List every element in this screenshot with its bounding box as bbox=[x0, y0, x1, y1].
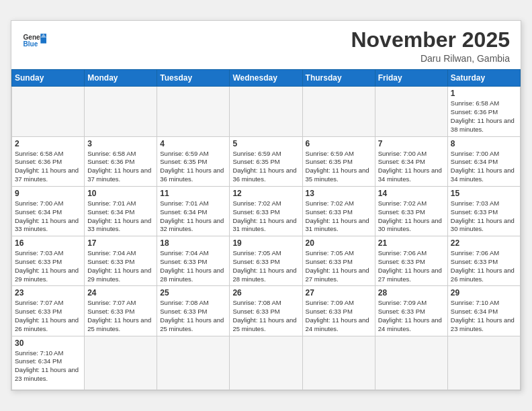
day-info: Sunrise: 7:05 AM Sunset: 6:33 PM Dayligh… bbox=[232, 249, 299, 283]
calendar-table: SundayMondayTuesdayWednesdayThursdayFrid… bbox=[11, 69, 521, 390]
location-subtitle: Daru Rilwan, Gambia bbox=[351, 53, 510, 64]
weekday-header-thursday: Thursday bbox=[302, 70, 375, 87]
day-number: 2 bbox=[15, 139, 81, 148]
week-row-3: 16Sunrise: 7:03 AM Sunset: 6:33 PM Dayli… bbox=[12, 236, 521, 286]
calendar-cell: 29Sunrise: 7:10 AM Sunset: 6:34 PM Dayli… bbox=[447, 286, 520, 336]
calendar-cell: 26Sunrise: 7:08 AM Sunset: 6:33 PM Dayli… bbox=[230, 286, 302, 336]
day-info: Sunrise: 7:02 AM Sunset: 6:33 PM Dayligh… bbox=[378, 199, 445, 234]
calendar-cell bbox=[230, 87, 302, 136]
day-number: 1 bbox=[451, 89, 517, 98]
day-info: Sunrise: 6:58 AM Sunset: 6:36 PM Dayligh… bbox=[15, 150, 81, 184]
day-info: Sunrise: 7:00 AM Sunset: 6:34 PM Dayligh… bbox=[451, 150, 517, 184]
day-number: 3 bbox=[87, 139, 154, 148]
day-info: Sunrise: 6:58 AM Sunset: 6:36 PM Dayligh… bbox=[87, 150, 154, 184]
weekday-header-saturday: Saturday bbox=[447, 70, 520, 87]
calendar-cell: 19Sunrise: 7:05 AM Sunset: 6:33 PM Dayli… bbox=[230, 236, 302, 286]
calendar-cell: 23Sunrise: 7:07 AM Sunset: 6:33 PM Dayli… bbox=[12, 286, 85, 336]
calendar-cell bbox=[230, 336, 302, 390]
day-info: Sunrise: 6:58 AM Sunset: 6:36 PM Dayligh… bbox=[451, 99, 517, 134]
calendar-cell: 17Sunrise: 7:04 AM Sunset: 6:33 PM Dayli… bbox=[85, 236, 157, 286]
day-info: Sunrise: 7:01 AM Sunset: 6:34 PM Dayligh… bbox=[160, 199, 226, 234]
calendar-cell: 7Sunrise: 7:00 AM Sunset: 6:34 PM Daylig… bbox=[375, 136, 447, 186]
title-block: November 2025 Daru Rilwan, Gambia bbox=[351, 29, 510, 64]
calendar-cell bbox=[85, 336, 157, 390]
day-info: Sunrise: 7:09 AM Sunset: 6:33 PM Dayligh… bbox=[306, 299, 372, 333]
day-number: 10 bbox=[87, 189, 154, 198]
week-row-2: 9Sunrise: 7:00 AM Sunset: 6:34 PM Daylig… bbox=[12, 186, 521, 236]
day-number: 22 bbox=[451, 238, 517, 248]
day-number: 13 bbox=[306, 189, 372, 198]
calendar-cell bbox=[12, 87, 85, 136]
weekday-header-row: SundayMondayTuesdayWednesdayThursdayFrid… bbox=[12, 70, 521, 87]
calendar-cell: 22Sunrise: 7:06 AM Sunset: 6:33 PM Dayli… bbox=[447, 236, 520, 286]
day-number: 5 bbox=[232, 139, 299, 148]
calendar-cell bbox=[157, 87, 230, 136]
day-info: Sunrise: 7:03 AM Sunset: 6:33 PM Dayligh… bbox=[15, 249, 81, 283]
day-info: Sunrise: 7:08 AM Sunset: 6:33 PM Dayligh… bbox=[160, 299, 226, 333]
day-number: 9 bbox=[15, 189, 81, 198]
weekday-header-monday: Monday bbox=[85, 70, 157, 87]
day-number: 15 bbox=[451, 189, 517, 198]
calendar-cell: 2Sunrise: 6:58 AM Sunset: 6:36 PM Daylig… bbox=[12, 136, 85, 186]
week-row-5: 30Sunrise: 7:10 AM Sunset: 6:34 PM Dayli… bbox=[12, 336, 521, 390]
calendar-cell: 10Sunrise: 7:01 AM Sunset: 6:34 PM Dayli… bbox=[85, 186, 157, 236]
day-number: 4 bbox=[160, 139, 226, 148]
day-number: 25 bbox=[160, 288, 226, 298]
calendar-cell: 30Sunrise: 7:10 AM Sunset: 6:34 PM Dayli… bbox=[12, 336, 85, 390]
day-number: 24 bbox=[87, 288, 154, 298]
weekday-header-tuesday: Tuesday bbox=[157, 70, 230, 87]
calendar-cell: 1Sunrise: 6:58 AM Sunset: 6:36 PM Daylig… bbox=[447, 87, 520, 136]
calendar-cell: 8Sunrise: 7:00 AM Sunset: 6:34 PM Daylig… bbox=[447, 136, 520, 186]
logo: General Blue bbox=[22, 29, 46, 53]
calendar-cell: 4Sunrise: 6:59 AM Sunset: 6:35 PM Daylig… bbox=[157, 136, 230, 186]
day-number: 27 bbox=[306, 288, 372, 298]
day-info: Sunrise: 7:03 AM Sunset: 6:33 PM Dayligh… bbox=[451, 199, 517, 234]
day-info: Sunrise: 7:06 AM Sunset: 6:33 PM Dayligh… bbox=[378, 249, 445, 283]
calendar-cell: 11Sunrise: 7:01 AM Sunset: 6:34 PM Dayli… bbox=[157, 186, 230, 236]
week-row-4: 23Sunrise: 7:07 AM Sunset: 6:33 PM Dayli… bbox=[12, 286, 521, 336]
calendar-cell: 28Sunrise: 7:09 AM Sunset: 6:33 PM Dayli… bbox=[375, 286, 447, 336]
day-number: 8 bbox=[451, 139, 517, 148]
calendar-cell: 21Sunrise: 7:06 AM Sunset: 6:33 PM Dayli… bbox=[375, 236, 447, 286]
day-number: 16 bbox=[15, 238, 81, 248]
calendar-cell: 20Sunrise: 7:05 AM Sunset: 6:33 PM Dayli… bbox=[302, 236, 375, 286]
day-number: 18 bbox=[160, 238, 226, 248]
weekday-header-wednesday: Wednesday bbox=[230, 70, 302, 87]
calendar-cell bbox=[302, 87, 375, 136]
calendar-cell: 15Sunrise: 7:03 AM Sunset: 6:33 PM Dayli… bbox=[447, 186, 520, 236]
day-info: Sunrise: 7:04 AM Sunset: 6:33 PM Dayligh… bbox=[87, 249, 154, 283]
calendar-cell: 12Sunrise: 7:02 AM Sunset: 6:33 PM Dayli… bbox=[230, 186, 302, 236]
calendar-cell bbox=[375, 87, 447, 136]
calendar-cell: 13Sunrise: 7:02 AM Sunset: 6:33 PM Dayli… bbox=[302, 186, 375, 236]
calendar-container: General Blue November 2025 Daru Rilwan, … bbox=[11, 20, 521, 390]
day-info: Sunrise: 7:07 AM Sunset: 6:33 PM Dayligh… bbox=[15, 299, 81, 333]
calendar-cell: 18Sunrise: 7:04 AM Sunset: 6:33 PM Dayli… bbox=[157, 236, 230, 286]
day-info: Sunrise: 7:00 AM Sunset: 6:34 PM Dayligh… bbox=[15, 199, 81, 234]
day-info: Sunrise: 7:07 AM Sunset: 6:33 PM Dayligh… bbox=[87, 299, 154, 333]
calendar-cell: 3Sunrise: 6:58 AM Sunset: 6:36 PM Daylig… bbox=[85, 136, 157, 186]
day-number: 21 bbox=[378, 238, 445, 248]
calendar-cell: 16Sunrise: 7:03 AM Sunset: 6:33 PM Dayli… bbox=[12, 236, 85, 286]
day-number: 30 bbox=[15, 338, 81, 348]
day-info: Sunrise: 7:08 AM Sunset: 6:33 PM Dayligh… bbox=[232, 299, 299, 333]
calendar-cell bbox=[375, 336, 447, 390]
weekday-header-friday: Friday bbox=[375, 70, 447, 87]
day-info: Sunrise: 7:10 AM Sunset: 6:34 PM Dayligh… bbox=[15, 349, 81, 383]
day-number: 20 bbox=[306, 238, 372, 248]
day-info: Sunrise: 7:02 AM Sunset: 6:33 PM Dayligh… bbox=[232, 199, 299, 234]
day-number: 6 bbox=[306, 139, 372, 148]
calendar-cell: 5Sunrise: 6:59 AM Sunset: 6:35 PM Daylig… bbox=[230, 136, 302, 186]
calendar-cell bbox=[447, 336, 520, 390]
day-number: 26 bbox=[232, 288, 299, 298]
calendar-cell: 14Sunrise: 7:02 AM Sunset: 6:33 PM Dayli… bbox=[375, 186, 447, 236]
calendar-cell: 25Sunrise: 7:08 AM Sunset: 6:33 PM Dayli… bbox=[157, 286, 230, 336]
day-info: Sunrise: 7:06 AM Sunset: 6:33 PM Dayligh… bbox=[451, 249, 517, 283]
calendar-header: General Blue November 2025 Daru Rilwan, … bbox=[11, 21, 521, 69]
day-number: 23 bbox=[15, 288, 81, 298]
day-info: Sunrise: 7:05 AM Sunset: 6:33 PM Dayligh… bbox=[306, 249, 372, 283]
day-info: Sunrise: 7:01 AM Sunset: 6:34 PM Dayligh… bbox=[87, 199, 154, 234]
day-number: 28 bbox=[378, 288, 445, 298]
day-info: Sunrise: 7:00 AM Sunset: 6:34 PM Dayligh… bbox=[378, 150, 445, 184]
logo-icon: General Blue bbox=[22, 29, 46, 53]
day-number: 29 bbox=[451, 288, 517, 298]
